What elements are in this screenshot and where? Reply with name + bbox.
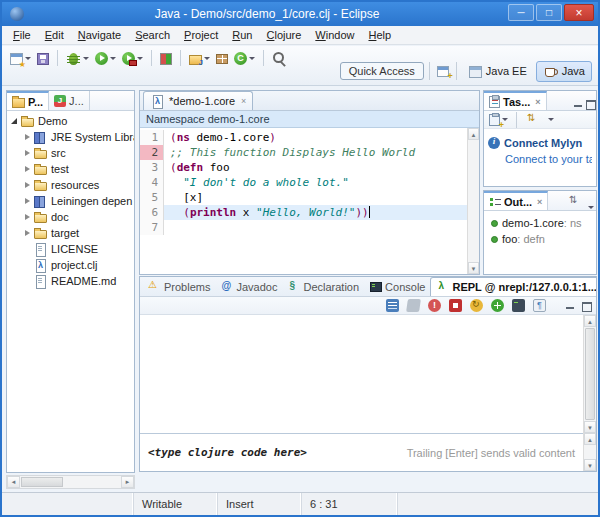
view-tab-javadoc[interactable]: Javadoc bbox=[215, 277, 282, 296]
menu-project[interactable]: Project bbox=[177, 27, 225, 43]
outline-item[interactable]: demo-1.core : ns bbox=[486, 215, 594, 231]
scrollbar-track[interactable] bbox=[584, 445, 596, 459]
minimize-view-icon[interactable] bbox=[564, 300, 576, 312]
menu-file[interactable]: File bbox=[6, 27, 38, 43]
tree-expanded-arrow-icon[interactable] bbox=[9, 116, 19, 126]
scroll-left-icon[interactable] bbox=[7, 476, 20, 488]
editor-scrollbar[interactable] bbox=[467, 128, 479, 274]
connect-task-link[interactable]: Connect to your task bbox=[505, 153, 592, 165]
save-button[interactable] bbox=[35, 51, 51, 66]
maximize-window-icon[interactable] bbox=[536, 4, 562, 21]
code-line[interactable]: 3(defn foo bbox=[140, 160, 467, 175]
code-area[interactable]: 1(ns demo-1.core)2;; This function Displ… bbox=[140, 128, 467, 274]
tree-item[interactable]: README.md bbox=[7, 273, 134, 289]
repl-output[interactable] bbox=[140, 315, 583, 433]
tree-item[interactable]: Leiningen depen bbox=[7, 193, 134, 209]
quick-access-button[interactable]: Quick Access bbox=[340, 62, 424, 80]
title-bar[interactable]: Java - Demo/src/demo_1/core.clj - Eclips… bbox=[2, 2, 598, 26]
reconnect-button[interactable] bbox=[468, 298, 485, 313]
perspective-java-ee[interactable]: Java EE bbox=[462, 61, 534, 82]
open-perspective-button[interactable] bbox=[435, 64, 451, 78]
code-line[interactable]: 1(ns demo-1.core) bbox=[140, 130, 467, 145]
outline-item[interactable]: foo : defn bbox=[486, 231, 594, 247]
scroll-down-icon[interactable] bbox=[468, 262, 479, 274]
code-line[interactable]: 2;; This function Displays Hello World bbox=[140, 145, 467, 160]
scroll-up-icon[interactable] bbox=[584, 433, 596, 445]
tree-collapsed-arrow-icon[interactable] bbox=[22, 196, 32, 206]
wrap-button[interactable] bbox=[531, 298, 548, 313]
scroll-up-icon[interactable] bbox=[468, 128, 479, 140]
menu-run[interactable]: Run bbox=[225, 27, 259, 43]
tree-collapsed-arrow-icon[interactable] bbox=[22, 148, 32, 158]
tree-item[interactable]: src bbox=[7, 145, 134, 161]
code-line[interactable]: 6 (println x "Hello, World!")) bbox=[140, 205, 467, 220]
menu-clojure[interactable]: Clojure bbox=[259, 27, 308, 43]
tree-item[interactable]: test bbox=[7, 161, 134, 177]
new-task-button[interactable] bbox=[487, 112, 510, 127]
view-menu-button[interactable] bbox=[544, 117, 556, 122]
coverage-button[interactable] bbox=[158, 51, 174, 66]
view-tab-repl[interactable]: REPL @ nrepl:/127.0.0.1:1... bbox=[430, 277, 596, 296]
tree-collapsed-arrow-icon[interactable] bbox=[22, 212, 32, 222]
repl-output-scrollbar[interactable] bbox=[583, 315, 596, 433]
scroll-down-icon[interactable] bbox=[584, 459, 596, 471]
close-tab-icon[interactable] bbox=[241, 96, 246, 106]
editor-tab[interactable]: *demo-1.core bbox=[143, 91, 253, 110]
view-tab-console[interactable]: Console bbox=[364, 277, 430, 296]
scrollbar-thumb[interactable] bbox=[585, 328, 595, 420]
tree-item[interactable]: JRE System Librar bbox=[7, 129, 134, 145]
tree-collapsed-arrow-icon[interactable] bbox=[22, 180, 32, 190]
maximize-view-icon[interactable] bbox=[584, 98, 596, 110]
scrollbar-track[interactable] bbox=[63, 476, 121, 488]
new-java-project-button[interactable] bbox=[187, 51, 212, 66]
connect-mylyn-title[interactable]: Connect Mylyn bbox=[504, 137, 582, 149]
scrollbar-track[interactable] bbox=[584, 327, 596, 421]
history-button[interactable] bbox=[384, 298, 401, 313]
scrollbar-thumb[interactable] bbox=[21, 477, 63, 487]
synchronize-button[interactable] bbox=[523, 111, 542, 128]
perspective-java[interactable]: Java bbox=[536, 61, 592, 82]
code-line[interactable]: 7 bbox=[140, 220, 467, 235]
menu-navigate[interactable]: Navigate bbox=[71, 27, 128, 43]
tree-item[interactable]: target bbox=[7, 225, 134, 241]
code-line[interactable]: 4 "I don't do a whole lot." bbox=[140, 175, 467, 190]
clear-button[interactable] bbox=[405, 298, 422, 313]
view-tab-declaration[interactable]: Declaration bbox=[282, 277, 364, 296]
menu-edit[interactable]: Edit bbox=[38, 27, 71, 43]
new-wizard-button[interactable] bbox=[8, 51, 33, 66]
tree-collapsed-arrow-icon[interactable] bbox=[22, 228, 32, 238]
tree-item[interactable]: LICENSE bbox=[7, 241, 134, 257]
outline-menu-button[interactable] bbox=[584, 205, 596, 210]
close-tab-icon[interactable] bbox=[537, 197, 542, 207]
new-class-button[interactable] bbox=[232, 50, 257, 66]
scroll-up-icon[interactable] bbox=[584, 315, 596, 327]
code-line[interactable]: 5 [x] bbox=[140, 190, 467, 205]
interrupt-button[interactable] bbox=[447, 298, 464, 313]
maximize-view-icon[interactable] bbox=[580, 300, 592, 312]
task-list-tab[interactable]: Tas... bbox=[484, 91, 547, 110]
close-tab-icon[interactable] bbox=[535, 97, 540, 107]
debug-button[interactable] bbox=[64, 51, 91, 66]
show-console-button[interactable] bbox=[510, 298, 527, 313]
minimize-view-icon[interactable] bbox=[572, 98, 584, 110]
new-package-button[interactable] bbox=[214, 51, 230, 65]
sort-button[interactable] bbox=[565, 193, 584, 210]
search-button[interactable] bbox=[270, 50, 289, 67]
tree-item[interactable]: resources bbox=[7, 177, 134, 193]
explorer-hscrollbar[interactable] bbox=[6, 475, 135, 489]
minimize-window-icon[interactable] bbox=[508, 4, 534, 21]
tree-item[interactable]: project.clj bbox=[7, 257, 134, 273]
namespace-browser-button[interactable] bbox=[489, 298, 506, 313]
run-external-button[interactable] bbox=[120, 50, 145, 66]
tree-collapsed-arrow-icon[interactable] bbox=[22, 132, 32, 142]
stacktrace-button[interactable] bbox=[426, 298, 443, 313]
view-tab-j[interactable]: J... bbox=[49, 91, 90, 110]
menu-window[interactable]: Window bbox=[308, 27, 361, 43]
tree-collapsed-arrow-icon[interactable] bbox=[22, 164, 32, 174]
view-tab-problems[interactable]: Problems bbox=[143, 277, 215, 296]
menu-search[interactable]: Search bbox=[128, 27, 177, 43]
scroll-right-icon[interactable] bbox=[121, 476, 134, 488]
menu-help[interactable]: Help bbox=[361, 27, 398, 43]
repl-input-area[interactable]: <type clojure code here> Trailing [Enter… bbox=[140, 433, 583, 471]
scrollbar-track[interactable] bbox=[468, 140, 479, 262]
